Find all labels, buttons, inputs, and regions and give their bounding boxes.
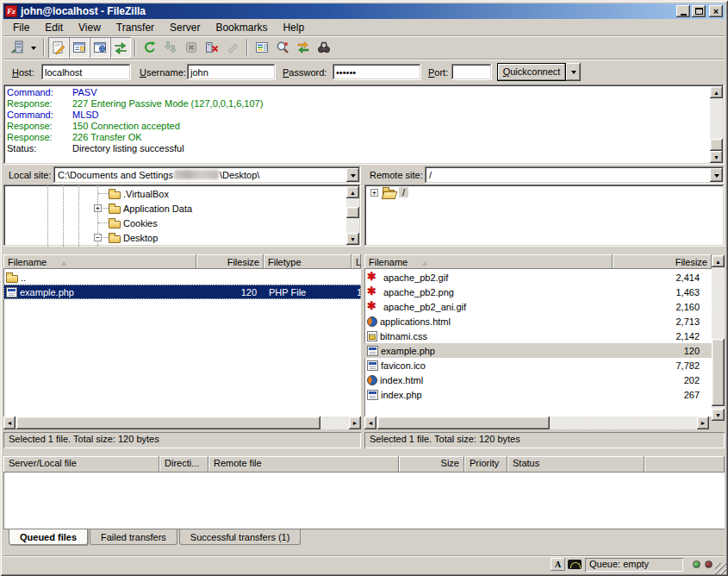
process-queue-button[interactable] [160, 37, 181, 58]
tree-item[interactable]: Cookies [3, 216, 347, 230]
tree-item[interactable]: .VirtualBox [3, 186, 347, 201]
find-files-button[interactable] [314, 37, 334, 58]
file-row[interactable]: .. [3, 270, 361, 285]
close-button[interactable] [709, 5, 723, 17]
scroll-down-button[interactable]: ▼ [346, 233, 359, 245]
file-row[interactable]: apache_pb2.png 1,463 [364, 285, 712, 299]
port-input[interactable] [451, 64, 492, 80]
file-row[interactable]: example.php 120 PHP File 1 [3, 285, 361, 299]
tree-expander-icon[interactable] [94, 234, 102, 241]
file-row[interactable]: index.php 267 [364, 387, 712, 402]
column-header-filename[interactable]: Filename [364, 254, 613, 269]
menu-item[interactable]: File [5, 20, 37, 35]
remote-list-hscrollbar[interactable]: ◄ ► [364, 416, 709, 429]
toggle-transfer-queue-button[interactable] [110, 37, 131, 58]
menu-item[interactable]: Transfer [109, 20, 162, 35]
menu-item[interactable]: View [71, 20, 109, 35]
cancel-operation-button[interactable] [181, 37, 202, 58]
toggle-message-log-button[interactable] [48, 37, 69, 58]
menu-item[interactable]: Edit [37, 20, 71, 35]
column-header-filesize[interactable]: Filesize [613, 254, 712, 269]
scroll-up-button[interactable]: ▲ [712, 255, 725, 267]
toggle-remote-tree-button[interactable] [90, 37, 110, 58]
minimize-button[interactable] [676, 5, 690, 17]
log-row: Response: 227 Entering Passive Mode (127… [7, 98, 707, 110]
disconnect-button[interactable] [202, 37, 222, 58]
local-site-combobox[interactable]: C:\Documents and Settings\Desktop\ [53, 166, 361, 184]
tree-expander-icon[interactable] [370, 189, 378, 197]
password-input[interactable] [333, 64, 421, 80]
directory-listing-filters-button[interactable] [252, 37, 272, 58]
scroll-right-button[interactable]: ► [697, 416, 709, 429]
log-scrollbar[interactable]: ▲ ▼ [710, 86, 723, 163]
file-name: example.php [20, 287, 74, 297]
scrollbar-thumb[interactable] [710, 139, 723, 151]
resize-grip[interactable] [715, 563, 726, 574]
queue-column-header[interactable]: Size [399, 456, 464, 473]
tree-item[interactable]: Desktop [3, 230, 347, 245]
file-row[interactable]: apache_pb2.gif 2,414 [364, 270, 712, 285]
queue-column-header[interactable]: Remote file [208, 456, 399, 473]
host-input[interactable] [41, 64, 131, 80]
username-input[interactable] [187, 64, 276, 80]
refresh-button[interactable] [140, 37, 160, 58]
file-row[interactable]: index.html 202 [364, 373, 712, 387]
scroll-up-button[interactable]: ▲ [346, 186, 359, 198]
quickconnect-button[interactable]: Quickconnect [497, 63, 566, 81]
maximize-button[interactable] [692, 5, 706, 17]
file-row[interactable]: applications.html 2,713 [364, 314, 712, 329]
tree-item-label: / [399, 187, 408, 197]
local-site-dropdown-button[interactable] [346, 168, 359, 182]
remote-file-list-header: Filename Filesize [364, 254, 712, 269]
scrollbar-thumb[interactable] [16, 416, 320, 429]
toggle-local-tree-button[interactable] [69, 37, 90, 58]
synchronized-browsing-button[interactable] [293, 37, 314, 58]
queue-column-header[interactable] [644, 456, 725, 473]
scroll-up-button[interactable]: ▲ [710, 86, 723, 98]
file-row[interactable]: bitnami.css 2,142 [364, 329, 712, 343]
site-manager-dropdown-button[interactable] [28, 37, 40, 58]
queue-tab[interactable]: Successful transfers (1) [179, 529, 302, 545]
queue-column-header[interactable]: Server/Local file [3, 456, 159, 473]
log-row-label: Response: [7, 121, 72, 132]
transfer-queue-body[interactable] [3, 473, 725, 529]
scroll-left-button[interactable]: ◄ [3, 416, 16, 429]
queue-column-header[interactable]: Status [507, 456, 644, 473]
password-label: Password: [283, 67, 327, 78]
local-list-hscrollbar[interactable]: ◄ ► [3, 416, 361, 429]
scroll-right-button[interactable]: ► [349, 416, 361, 429]
scroll-down-button[interactable]: ▼ [712, 409, 725, 421]
scrollbar-thumb[interactable] [712, 339, 725, 406]
column-header-filetype[interactable]: Filetype [264, 254, 352, 269]
menu-item[interactable]: Server [162, 20, 208, 35]
scroll-down-button[interactable]: ▼ [710, 151, 723, 163]
compare-directories-button[interactable] [272, 37, 293, 58]
queue-tab[interactable]: Queued files [9, 529, 88, 545]
queue-tab[interactable]: Failed transfers [90, 529, 177, 545]
scrollbar-thumb[interactable] [377, 416, 550, 429]
remote-site-dropdown-button[interactable] [710, 168, 723, 182]
scrollbar-thumb[interactable] [346, 207, 359, 218]
menu-item[interactable]: Bookmarks [208, 20, 275, 35]
remote-site-combobox[interactable]: / [425, 166, 725, 184]
queue-column-header[interactable]: Directi... [159, 456, 208, 473]
column-header-last-modified[interactable]: L [352, 254, 361, 269]
file-row[interactable]: example.php 120 [364, 343, 712, 358]
file-row[interactable]: apache_pb2_ani.gif 2,160 [364, 299, 712, 314]
tree-item[interactable]: Application Data [3, 201, 347, 216]
local-tree-scrollbar[interactable]: ▲ ▼ [346, 186, 359, 245]
column-header-filesize[interactable]: Filesize [196, 254, 264, 269]
quickconnect-dropdown-button[interactable] [566, 63, 581, 81]
title-bar[interactable]: john@localhost - FileZilla [3, 3, 725, 19]
reconnect-button[interactable] [222, 37, 243, 58]
local-file-list: .. example.php 120 PHP File 1 [3, 269, 361, 416]
scroll-left-button[interactable]: ◄ [364, 416, 376, 429]
tree-item-root[interactable]: / [364, 185, 725, 197]
site-manager-button[interactable] [7, 37, 28, 58]
tree-expander-icon[interactable] [94, 204, 102, 212]
queue-column-header[interactable]: Priority [464, 456, 507, 473]
remote-list-scrollbar[interactable]: ▲ ▼ [712, 255, 725, 421]
menu-item[interactable]: Help [275, 20, 312, 35]
column-header-filename[interactable]: Filename [3, 254, 196, 269]
file-row[interactable]: favicon.ico 7,782 [364, 358, 712, 373]
